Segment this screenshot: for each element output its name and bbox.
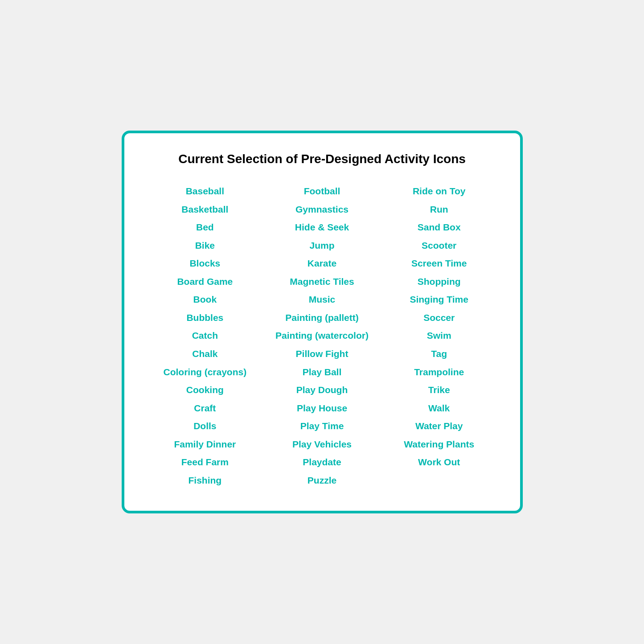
- activity-item: Basketball: [181, 201, 228, 218]
- activity-item: Play Ball: [303, 364, 342, 381]
- activity-item: Cooking: [186, 382, 224, 398]
- main-card: Current Selection of Pre-Designed Activi…: [122, 131, 523, 514]
- activity-item: Trampoline: [414, 364, 464, 381]
- activity-item: Catch: [192, 328, 218, 344]
- activity-item: Tag: [431, 346, 447, 362]
- activity-item: Dolls: [193, 418, 216, 435]
- activity-item: Play Vehicles: [292, 436, 352, 453]
- activity-item: Shopping: [418, 274, 461, 290]
- activity-item: Trike: [428, 382, 450, 398]
- activity-item: Puzzle: [308, 472, 336, 489]
- activity-item: Play Time: [300, 418, 344, 435]
- activity-item: Music: [309, 291, 336, 308]
- activity-item: Feed Farm: [181, 454, 229, 471]
- activity-item: Scooter: [422, 238, 456, 254]
- activity-item: Singing Time: [410, 291, 468, 308]
- activity-item: Magnetic Tiles: [290, 274, 354, 290]
- activity-item: Bike: [195, 238, 215, 254]
- activity-item: Painting (watercolor): [275, 328, 369, 344]
- columns-container: BaseballBasketballBedBikeBlocksBoard Gam…: [147, 183, 498, 488]
- activity-item: Craft: [194, 400, 216, 417]
- activity-item: Painting (pallett): [285, 310, 359, 326]
- activity-item: Book: [193, 291, 217, 308]
- activity-item: Bubbles: [186, 310, 223, 326]
- activity-item: Run: [430, 201, 448, 218]
- page-title: Current Selection of Pre-Designed Activi…: [147, 151, 498, 167]
- activity-item: Board Game: [177, 274, 233, 290]
- activity-item: Hide & Seek: [295, 219, 349, 236]
- activity-item: Soccer: [423, 310, 455, 326]
- activity-item: Bed: [196, 219, 214, 236]
- activity-item: Sand Box: [418, 219, 461, 236]
- column-col2: FootballGymnasticsHide & SeekJumpKarateM…: [263, 183, 381, 488]
- activity-item: Pillow Fight: [296, 346, 349, 362]
- activity-item: Playdate: [303, 454, 341, 471]
- activity-item: Baseball: [186, 183, 224, 200]
- activity-item: Water Play: [415, 418, 463, 435]
- activity-item: Play House: [297, 400, 347, 417]
- activity-item: Swim: [427, 328, 451, 344]
- activity-item: Watering Plants: [404, 436, 474, 453]
- activity-item: Gymnastics: [295, 201, 349, 218]
- activity-item: Ride on Toy: [413, 183, 466, 200]
- activity-item: Walk: [428, 400, 450, 417]
- column-col3: Ride on ToyRunSand BoxScooterScreen Time…: [381, 183, 498, 488]
- column-col1: BaseballBasketballBedBikeBlocksBoard Gam…: [147, 183, 264, 488]
- activity-item: Football: [304, 183, 340, 200]
- activity-item: Screen Time: [411, 255, 467, 272]
- activity-item: Family Dinner: [174, 436, 236, 453]
- activity-item: Chalk: [192, 346, 217, 362]
- activity-item: Coloring (crayons): [163, 364, 246, 381]
- activity-item: Fishing: [189, 472, 222, 489]
- activity-item: Jump: [310, 238, 335, 254]
- activity-item: Work Out: [418, 454, 460, 471]
- activity-item: Blocks: [189, 255, 220, 272]
- activity-item: Karate: [308, 255, 336, 272]
- activity-item: Play Dough: [296, 382, 348, 398]
